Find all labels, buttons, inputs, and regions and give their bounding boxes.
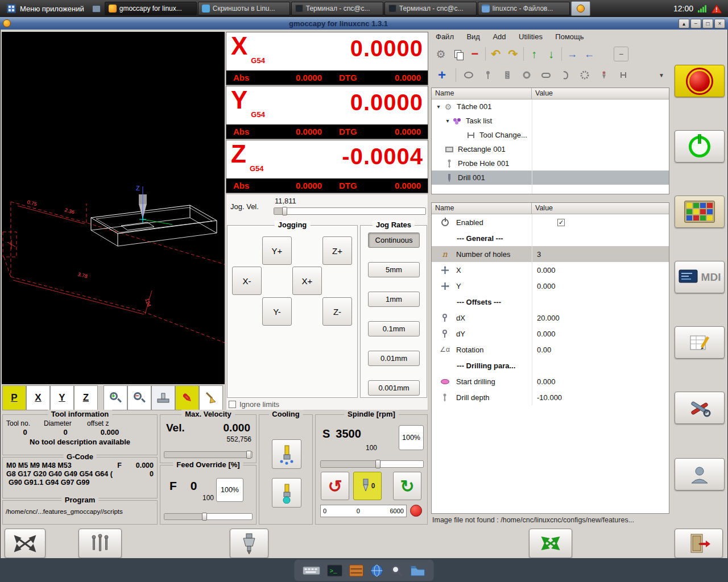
clock[interactable]: 12:00: [673, 4, 693, 13]
jog-rate-continuous-button[interactable]: Continuous: [368, 232, 420, 248]
jog-x-minus-button[interactable]: X-: [232, 267, 262, 295]
jog-rate-01mm-button[interactable]: 0.1mm: [368, 321, 420, 336]
network-signal-icon[interactable]: [698, 5, 706, 13]
dimensions-button[interactable]: ✎: [175, 385, 199, 410]
prop-row-number-of-holes[interactable]: n Number of holes 3: [432, 246, 669, 262]
dock-keyboard-icon[interactable]: [303, 565, 321, 576]
machine-on-button[interactable]: [675, 130, 725, 163]
jog-x-plus-button[interactable]: X+: [292, 267, 322, 295]
spindle-override-slider[interactable]: [320, 460, 424, 468]
props-header[interactable]: Name Value: [432, 203, 669, 214]
feature-ring-button[interactable]: [518, 66, 535, 84]
prop-row-dy[interactable]: dY 0.000: [432, 326, 669, 342]
taskbar-window-screenshots[interactable]: Скриншоты в Linu...: [198, 2, 290, 15]
feature-slot-button[interactable]: [537, 66, 555, 84]
jog-z-minus-button[interactable]: Z-: [322, 297, 352, 326]
tool-editor-button[interactable]: [675, 326, 725, 359]
feature-pocket-button[interactable]: [460, 66, 477, 84]
exit-button[interactable]: [675, 529, 723, 558]
jog-y-minus-button[interactable]: Y-: [262, 297, 292, 326]
collapse-all-button[interactable]: −: [614, 47, 628, 61]
jog-rate-5mm-button[interactable]: 5mm: [368, 262, 420, 277]
feed-override-slider-thumb[interactable]: [202, 513, 207, 521]
dro-axis-x[interactable]: X G54 0.0000 Abs 0.0000 DTG 0.0000: [226, 32, 428, 85]
feature-probe2-button[interactable]: [595, 66, 613, 84]
prop-row-rotation[interactable]: ∠α Rotation 0.00: [432, 342, 669, 357]
keyboard-jog-button[interactable]: [675, 196, 725, 228]
flood-coolant-button[interactable]: [272, 478, 301, 508]
prop-value[interactable]: 3: [532, 246, 669, 262]
menu-add[interactable]: Add: [487, 31, 511, 43]
close-button[interactable]: ×: [714, 19, 725, 28]
menu-utilities[interactable]: Utilities: [514, 31, 548, 43]
prop-value[interactable]: 0.000: [532, 262, 669, 278]
prop-value[interactable]: -10.000: [532, 389, 669, 405]
duplicate-button[interactable]: [449, 45, 466, 63]
dock-files-icon[interactable]: [349, 564, 364, 577]
clear-plot-button[interactable]: [199, 385, 223, 410]
spindle-left-button[interactable]: ↺: [321, 472, 349, 500]
feed-override-slider[interactable]: [164, 513, 253, 520]
prop-value[interactable]: 0.000: [532, 373, 669, 389]
jog-vel-slider-thumb[interactable]: [282, 207, 287, 215]
feature-thread-button[interactable]: [557, 66, 574, 84]
minimize-button[interactable]: −: [690, 19, 701, 28]
dock-search-icon[interactable]: [390, 564, 404, 577]
feature-probe-button[interactable]: [479, 66, 497, 84]
zoom-out-button[interactable]: −: [127, 385, 151, 410]
feed-override-percent-button[interactable]: 100%: [216, 478, 243, 502]
jog-y-plus-button[interactable]: Y+: [262, 236, 292, 265]
prop-value[interactable]: 0.000: [532, 326, 669, 342]
ignore-limits-checkbox[interactable]: [229, 401, 236, 408]
shade-button[interactable]: ▴: [679, 19, 689, 28]
preferences-button[interactable]: ⚙: [432, 45, 449, 63]
gremlin-preview[interactable]: 0.75 2.36 3.78 124 Z: [2, 32, 225, 384]
add-feature-button[interactable]: +: [432, 65, 452, 85]
props-name-header[interactable]: Name: [432, 203, 532, 214]
tree-item-tool-change[interactable]: Tool Change...: [432, 128, 669, 142]
menu-view[interactable]: Вид: [461, 31, 485, 43]
remove-button[interactable]: −: [466, 45, 483, 63]
prop-row-drill-depth[interactable]: Drill depth -10.000: [432, 389, 669, 405]
max-velocity-slider[interactable]: [164, 451, 253, 458]
machine-view-button[interactable]: [151, 385, 175, 410]
user-settings-button[interactable]: [675, 458, 725, 490]
prop-row-start-drilling[interactable]: Start drilling 0.000: [432, 373, 669, 389]
spindle-stop-button[interactable]: 0: [353, 472, 382, 500]
jog-rate-1mm-button[interactable]: 1mm: [368, 292, 420, 307]
mist-coolant-button[interactable]: [272, 439, 301, 469]
spindle-right-button[interactable]: ↻: [393, 472, 421, 500]
enabled-checkbox[interactable]: ✓: [557, 219, 565, 226]
expander-icon[interactable]: ▾: [444, 118, 452, 124]
prop-value[interactable]: 0.00: [532, 342, 669, 357]
menu-file[interactable]: Файл: [431, 31, 459, 43]
estop-button[interactable]: [675, 65, 725, 97]
tree-header[interactable]: Name Value: [432, 88, 669, 99]
window-titlebar[interactable]: gmoccapy for linuxcnc 1.3.1 ▴ − □ ×: [0, 17, 728, 30]
tool-change-button[interactable]: [230, 529, 268, 558]
jog-rate-0001mm-button[interactable]: 0.001mm: [368, 380, 420, 396]
view-x-button[interactable]: X: [26, 385, 50, 410]
tree-item-probe-hole[interactable]: Probe Hole 001: [432, 156, 669, 171]
expander-icon[interactable]: ▾: [435, 103, 442, 110]
prop-row-y[interactable]: Y 0.000: [432, 278, 669, 294]
dro-axis-y[interactable]: Y G54 0.0000 Abs 0.0000 DTG 0.0000: [226, 86, 428, 139]
view-y-button[interactable]: Y: [50, 385, 74, 410]
prop-row-x[interactable]: X 0.000: [432, 262, 669, 278]
menu-help[interactable]: Помощь: [550, 31, 589, 43]
redo-button[interactable]: ↷: [504, 45, 522, 63]
taskbar-window-terminal-2[interactable]: Терминал - cnc@c...: [384, 2, 477, 15]
feature-dropdown-button[interactable]: ▼: [653, 66, 670, 84]
dock-browser-icon[interactable]: [370, 564, 384, 577]
prop-row-enabled[interactable]: Enabled ✓: [432, 214, 669, 230]
prop-row-dx[interactable]: dX 20.000: [432, 310, 669, 326]
dock-terminal-icon[interactable]: >_: [327, 564, 343, 577]
max-velocity-slider-thumb[interactable]: [246, 451, 251, 459]
undo-button[interactable]: ↶: [487, 45, 504, 63]
zoom-in-button[interactable]: +: [104, 385, 127, 410]
spindle-percent-button[interactable]: 100%: [399, 425, 424, 450]
settings-tools-button[interactable]: [675, 392, 725, 424]
tree-name-header[interactable]: Name: [432, 88, 532, 99]
mdi-button[interactable]: MDI: [675, 261, 725, 293]
panel-plugin-button[interactable]: [90, 2, 104, 15]
